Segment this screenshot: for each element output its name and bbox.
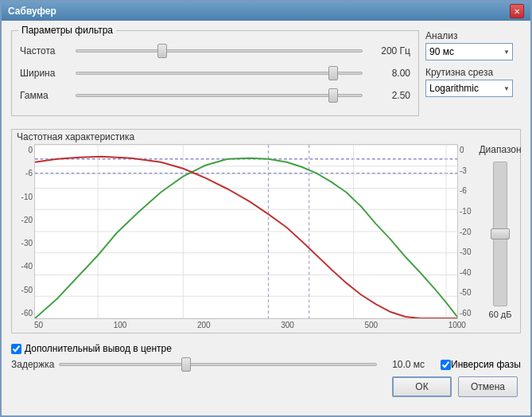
width-thumb[interactable]	[328, 66, 338, 80]
inversion-row: Инверсия фазы	[441, 359, 521, 370]
chart-y-right: 0 -3 -6 -10 -20 -30 -40 -50 -60	[458, 144, 480, 319]
chart-section: Частотная характеристика 0 -6 -10 -20 -3…	[11, 129, 521, 333]
cutoff-label: Крутизна среза	[425, 67, 521, 78]
diapason-panel: Диапазон 60 дБ	[480, 144, 520, 319]
analysis-select-wrapper: 90 мс 180 мс 360 мс ▼	[425, 43, 513, 60]
width-slider[interactable]	[76, 72, 363, 75]
frequency-value: 200 Гц	[363, 45, 410, 57]
chart-body: 0 -6 -10 -20 -30 -40 -50 -60	[12, 144, 520, 319]
right-panel: Анализ 90 мс 180 мс 360 мс ▼ Крутизна ср…	[425, 30, 521, 123]
analysis-label: Анализ	[425, 30, 521, 41]
frequency-thumb[interactable]	[157, 44, 167, 58]
chart-title: Частотная характеристика	[12, 130, 520, 144]
width-row: Ширина 8.00	[20, 64, 410, 82]
diapason-slider[interactable]	[493, 162, 507, 306]
delay-label: Задержка	[11, 359, 59, 370]
filter-params-title: Параметры фильтра	[18, 25, 116, 36]
center-output-row: Дополнительный вывод в центре	[11, 343, 521, 354]
gamma-thumb[interactable]	[328, 88, 338, 103]
ok-button[interactable]: ОК	[392, 376, 452, 397]
diapason-value: 60 дБ	[489, 310, 512, 319]
gamma-row: Гамма 2.50	[20, 87, 410, 104]
cutoff-select[interactable]: Logarithmic Linear Steep	[425, 80, 513, 97]
frequency-slider[interactable]	[76, 49, 363, 53]
diapason-label: Диапазон	[479, 144, 521, 155]
delay-value: 10.0 мс	[377, 359, 425, 370]
gamma-label: Гамма	[20, 90, 76, 101]
delay-thumb[interactable]	[181, 357, 191, 372]
main-window: Сабвуфер ✕ Параметры фильтра Частота 200…	[0, 0, 532, 417]
chart-y-left: 0 -6 -10 -20 -30 -40 -50 -60	[12, 144, 34, 319]
frequency-label: Частота	[20, 45, 76, 57]
cutoff-select-wrapper: Logarithmic Linear Steep ▼	[425, 80, 513, 97]
width-label: Ширина	[20, 68, 76, 79]
delay-row: Задержка 10.0 мс Инверсия фазы	[11, 359, 521, 370]
frequency-row: Частота 200 Гц	[20, 42, 410, 60]
delay-slider[interactable]	[59, 363, 377, 366]
bottom-section: Дополнительный вывод в центре Задержка 1…	[11, 340, 521, 400]
center-output-checkbox[interactable]	[11, 344, 21, 354]
close-button[interactable]: ✕	[510, 4, 524, 18]
titlebar: Сабвуфер ✕	[2, 2, 530, 21]
chart-canvas	[34, 144, 458, 319]
chart-svg	[35, 145, 457, 318]
buttons-row: ОК Отмена	[11, 376, 521, 397]
window-title: Сабвуфер	[8, 6, 56, 17]
center-output-label: Дополнительный вывод в центре	[25, 343, 172, 354]
width-value: 8.00	[363, 68, 410, 79]
diapason-thumb[interactable]	[491, 228, 510, 240]
chart-x-labels: 50 100 200 300 500 1000	[12, 321, 520, 329]
filter-params-section: Параметры фильтра Частота 200 Гц Ширина …	[11, 30, 419, 116]
main-content: Параметры фильтра Частота 200 Гц Ширина …	[2, 21, 530, 407]
cancel-button[interactable]: Отмена	[458, 376, 518, 397]
inversion-checkbox[interactable]	[441, 360, 451, 370]
analysis-select[interactable]: 90 мс 180 мс 360 мс	[425, 43, 513, 60]
gamma-value: 2.50	[363, 90, 410, 101]
gamma-slider[interactable]	[76, 94, 363, 97]
inversion-label: Инверсия фазы	[451, 359, 521, 370]
